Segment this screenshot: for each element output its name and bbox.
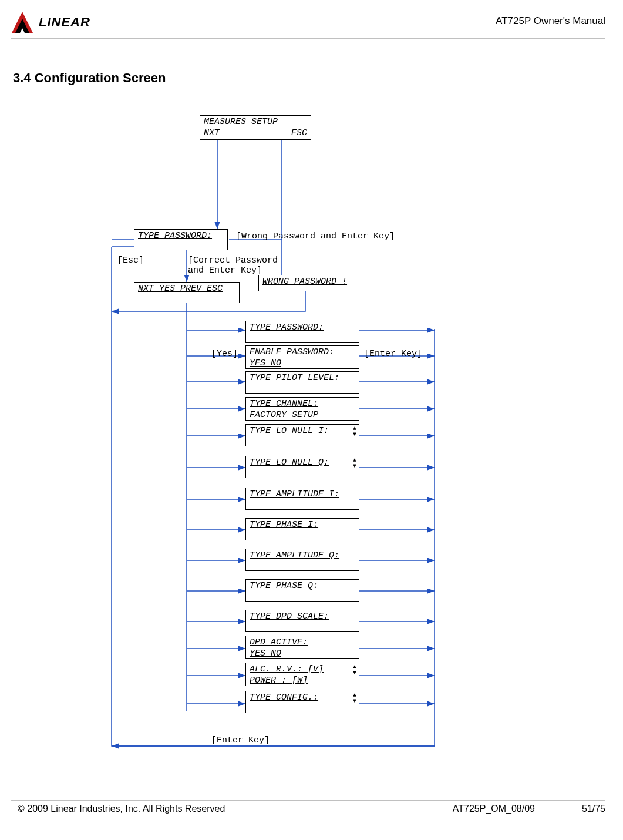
text-list-12a: ALC. R.V.: [V] xyxy=(250,664,324,674)
footer-doc-id: AT725P_OM_08/09 xyxy=(453,804,535,814)
annotation-enter-key-bottom: [Enter Key] xyxy=(211,735,270,745)
logo-mark-icon xyxy=(11,11,35,34)
text-list-7: TYPE PHASE I: xyxy=(250,520,318,530)
box-list-type-config: TYPE CONFIG.: ▲▼ xyxy=(245,691,359,713)
box-type-password: TYPE PASSWORD: xyxy=(134,229,228,250)
text-list-6: TYPE AMPLITUDE I: xyxy=(250,489,339,499)
box-list-type-channel: TYPE CHANNEL: FACTORY SETUP xyxy=(245,397,359,421)
text-list-13: TYPE CONFIG.: xyxy=(250,693,318,703)
box-list-alc-power: ALC. R.V.: [V] POWER : [W] ▲▼ xyxy=(245,663,359,686)
header-rule xyxy=(11,38,605,39)
text-list-5: TYPE LO NULL Q: xyxy=(250,458,329,468)
text-list-11b: YES NO xyxy=(250,649,281,658)
footer-page-number: 51/75 xyxy=(582,804,605,814)
flow-diagram: MEASURES SETUP NXT ESC TYPE PASSWORD: [W… xyxy=(0,112,623,787)
text-list-9: TYPE PHASE Q: xyxy=(250,581,318,591)
brand-logo: LINEAR xyxy=(11,11,90,34)
text-nxt: NXT xyxy=(204,128,220,139)
box-list-dpd-scale: TYPE DPD SCALE: xyxy=(245,610,359,632)
text-list-3b: FACTORY SETUP xyxy=(250,410,318,420)
text-list-1b: YES NO xyxy=(250,358,281,368)
text-list-3a: TYPE CHANNEL: xyxy=(250,399,318,409)
text-nav: NXT YES PREV ESC xyxy=(138,284,223,294)
text-list-11a: DPD ACTIVE: xyxy=(250,637,308,647)
updown-icon: ▲▼ xyxy=(353,693,356,704)
text-list-0: TYPE PASSWORD: xyxy=(250,322,324,332)
box-list-lo-null-q: TYPE LO NULL Q: ▲▼ xyxy=(245,456,359,478)
updown-icon: ▲▼ xyxy=(353,664,356,676)
footer-copyright: © 2009 Linear Industries, Inc. All Right… xyxy=(18,804,225,814)
text-list-8: TYPE AMPLITUDE Q: xyxy=(250,550,339,560)
doc-title: AT725P Owner's Manual xyxy=(496,15,605,27)
updown-icon: ▲▼ xyxy=(353,426,356,438)
annotation-enter-key: [Enter Key] xyxy=(364,349,422,359)
box-list-phase-i: TYPE PHASE I: xyxy=(245,518,359,540)
box-list-lo-null-i: TYPE LO NULL I: ▲▼ xyxy=(245,424,359,446)
box-measures-setup: MEASURES SETUP NXT ESC xyxy=(200,115,311,140)
annotation-yes: [Yes] xyxy=(211,349,238,359)
text-list-10: TYPE DPD SCALE: xyxy=(250,611,329,621)
box-list-amplitude-i: TYPE AMPLITUDE I: xyxy=(245,488,359,510)
updown-icon: ▲▼ xyxy=(353,458,356,469)
annotation-correct-pw-1: [Correct Password xyxy=(188,256,278,266)
box-list-enable-password: ENABLE PASSWORD: YES NO xyxy=(245,345,359,369)
box-wrong-password: WRONG PASSWORD ! xyxy=(258,275,358,291)
box-list-phase-q: TYPE PHASE Q: xyxy=(245,579,359,602)
box-list-dpd-active: DPD ACTIVE: YES NO xyxy=(245,636,359,659)
brand-name: LINEAR xyxy=(39,15,90,30)
text-list-2: TYPE PILOT LEVEL: xyxy=(250,373,339,383)
section-title: 3.4 Configuration Screen xyxy=(13,70,166,86)
text-list-1a: ENABLE PASSWORD: xyxy=(250,347,334,357)
box-list-amplitude-q: TYPE AMPLITUDE Q: xyxy=(245,549,359,571)
annotation-esc: [Esc] xyxy=(117,256,144,266)
text-measures-setup: MEASURES SETUP xyxy=(204,117,278,127)
text-esc: ESC xyxy=(291,128,307,139)
box-list-type-password: TYPE PASSWORD: xyxy=(245,321,359,343)
text-wrong-password: WRONG PASSWORD ! xyxy=(262,277,347,287)
box-list-pilot-level: TYPE PILOT LEVEL: xyxy=(245,371,359,394)
text-type-password: TYPE PASSWORD: xyxy=(138,231,212,241)
text-list-12b: POWER : [W] xyxy=(250,676,308,686)
box-nav: NXT YES PREV ESC xyxy=(134,282,240,303)
text-list-4: TYPE LO NULL I: xyxy=(250,426,329,436)
annotation-wrong-password-enter: [Wrong Password and Enter Key] xyxy=(236,231,395,241)
annotation-correct-pw-2: and Enter Key] xyxy=(188,266,262,275)
